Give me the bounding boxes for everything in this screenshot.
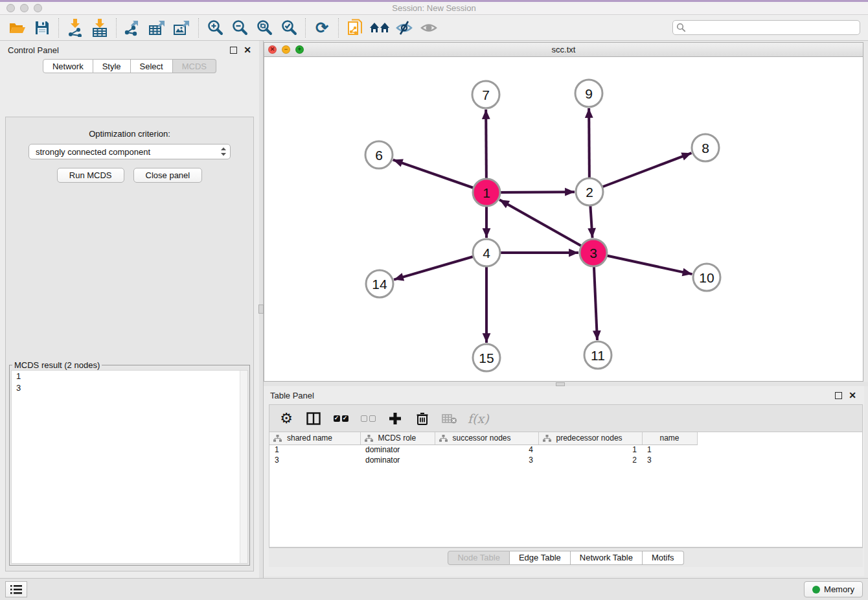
minimize-network-button[interactable]: − xyxy=(282,45,290,54)
column-header-successor-nodes[interactable]: successor nodes xyxy=(435,432,538,444)
tab-motifs[interactable]: Motifs xyxy=(643,551,684,565)
tab-edge-table[interactable]: Edge Table xyxy=(510,551,571,565)
tab-node-table[interactable]: Node Table xyxy=(448,551,510,565)
zoom-in-icon[interactable] xyxy=(203,17,227,38)
graph-edge-3-1[interactable] xyxy=(499,200,593,253)
show-all-networks-icon[interactable] xyxy=(367,17,392,38)
open-session-icon[interactable] xyxy=(5,17,30,38)
task-list-icon xyxy=(10,585,22,594)
node-table[interactable]: shared name MCDS role successor nodes pr… xyxy=(269,432,863,548)
show-graphics-details-icon[interactable] xyxy=(417,17,441,38)
cell-successor-nodes[interactable]: 3 xyxy=(435,455,538,465)
optimization-criterion-select[interactable]: strongly connected component xyxy=(29,144,231,159)
toolbar-separator xyxy=(338,18,339,38)
table-row[interactable]: 1 dominator 4 1 1 xyxy=(269,444,697,455)
graph-edge-2-8[interactable] xyxy=(589,153,691,192)
export-table-icon[interactable] xyxy=(145,17,170,38)
select-stepper-icon xyxy=(220,146,227,157)
hide-all-columns-icon[interactable] xyxy=(359,410,377,428)
graph-node-2[interactable]: 2 xyxy=(576,178,603,205)
selected-option-label: strongly connected component xyxy=(36,147,220,157)
show-all-columns-icon[interactable]: ✓✓ xyxy=(332,410,350,428)
import-table-icon[interactable] xyxy=(87,17,112,38)
clone-network-icon[interactable] xyxy=(343,17,367,38)
tab-style[interactable]: Style xyxy=(93,59,131,73)
export-network-icon[interactable] xyxy=(120,17,145,38)
cell-predecessor-nodes[interactable]: 1 xyxy=(538,444,642,455)
network-canvas[interactable]: 7968124314101511 xyxy=(264,57,863,381)
zoom-fit-icon[interactable] xyxy=(252,17,277,38)
tab-select[interactable]: Select xyxy=(131,59,173,73)
cell-mcds-role[interactable]: dominator xyxy=(360,444,435,455)
column-header-predecessor-nodes[interactable]: predecessor nodes xyxy=(538,432,642,444)
cell-predecessor-nodes[interactable]: 2 xyxy=(538,455,642,465)
result-scrollbar[interactable] xyxy=(240,371,247,563)
graph-node-4[interactable]: 4 xyxy=(473,239,500,266)
close-network-button[interactable]: ✕ xyxy=(268,45,277,54)
close-panel-button[interactable]: Close panel xyxy=(133,168,203,183)
toolbar-separator xyxy=(116,18,117,38)
close-table-panel-icon[interactable]: ✕ xyxy=(849,391,856,400)
split-panel-icon[interactable] xyxy=(304,410,323,428)
cell-name[interactable]: 1 xyxy=(642,444,697,455)
tab-network[interactable]: Network xyxy=(43,59,93,73)
export-image-icon[interactable] xyxy=(170,17,194,38)
zoom-out-icon[interactable] xyxy=(227,17,252,38)
graph-node-6[interactable]: 6 xyxy=(365,141,393,168)
table-panel: Table Panel ✕ ⚙ ✓✓ f(x) xyxy=(264,386,864,576)
graph-edge-3-10[interactable] xyxy=(593,253,692,274)
main-titlebar: Session: New Session xyxy=(0,2,868,15)
task-history-button[interactable] xyxy=(5,581,27,597)
graph-node-label: 1 xyxy=(483,185,490,200)
graph-node-14[interactable]: 14 xyxy=(366,270,393,297)
float-table-panel-icon[interactable] xyxy=(835,392,842,399)
column-settings-icon[interactable]: ⚙ xyxy=(277,410,295,428)
graph-node-1[interactable]: 1 xyxy=(473,179,500,206)
graph-node-8[interactable]: 8 xyxy=(692,134,719,161)
control-panel-tabbar: Network Style Select MCDS xyxy=(0,59,259,73)
add-column-icon[interactable] xyxy=(386,410,404,428)
memory-button[interactable]: Memory xyxy=(804,581,863,597)
mcds-result-list[interactable]: 1 3 xyxy=(11,370,248,564)
graph-node-9[interactable]: 9 xyxy=(575,80,602,107)
column-header-name[interactable]: name xyxy=(642,432,697,444)
cell-shared-name[interactable]: 3 xyxy=(269,455,360,465)
graph-edge-1-6[interactable] xyxy=(393,160,486,192)
search-input[interactable] xyxy=(672,20,860,35)
maximize-network-button[interactable]: + xyxy=(295,45,304,54)
zoom-selected-icon[interactable] xyxy=(277,17,301,38)
close-panel-icon[interactable]: ✕ xyxy=(244,45,251,54)
network-window-titlebar[interactable]: ✕ − + scc.txt xyxy=(264,43,863,57)
delete-table-icon[interactable] xyxy=(440,410,459,428)
cell-name[interactable]: 3 xyxy=(642,455,697,465)
delete-columns-icon[interactable] xyxy=(413,410,431,428)
graph-node-10[interactable]: 10 xyxy=(693,264,720,291)
run-mcds-button[interactable]: Run MCDS xyxy=(57,168,124,183)
graph-node-11[interactable]: 11 xyxy=(584,341,611,369)
vertical-splitter-handle[interactable] xyxy=(258,305,264,314)
optimization-criterion-label: Optimization criterion: xyxy=(6,129,253,139)
edge-layer xyxy=(393,108,692,343)
control-panel-header: Control Panel ✕ xyxy=(0,41,259,59)
main-toolbar: ⟳ xyxy=(0,15,868,41)
refresh-view-icon[interactable]: ⟳ xyxy=(310,17,334,38)
graph-node-label: 14 xyxy=(372,277,387,292)
float-panel-icon[interactable] xyxy=(230,47,237,54)
horizontal-splitter[interactable] xyxy=(264,382,868,386)
tab-network-table[interactable]: Network Table xyxy=(571,551,643,565)
table-row[interactable]: 3 dominator 3 2 3 xyxy=(269,455,697,465)
function-builder-icon[interactable]: f(x) xyxy=(468,410,489,428)
import-network-icon[interactable] xyxy=(63,17,87,38)
cell-mcds-role[interactable]: dominator xyxy=(360,455,435,465)
save-session-icon[interactable] xyxy=(30,17,54,38)
graph-node-3[interactable]: 3 xyxy=(580,239,607,266)
column-header-shared-name[interactable]: shared name xyxy=(269,432,360,444)
cell-successor-nodes[interactable]: 4 xyxy=(435,444,538,455)
graph-node-15[interactable]: 15 xyxy=(473,344,500,371)
graph-node-label: 2 xyxy=(586,185,593,200)
column-header-mcds-role[interactable]: MCDS role xyxy=(360,432,435,444)
cell-shared-name[interactable]: 1 xyxy=(269,444,360,455)
tab-mcds[interactable]: MCDS xyxy=(173,59,216,73)
graph-node-7[interactable]: 7 xyxy=(472,81,499,108)
hide-graphics-details-icon[interactable] xyxy=(392,17,417,38)
